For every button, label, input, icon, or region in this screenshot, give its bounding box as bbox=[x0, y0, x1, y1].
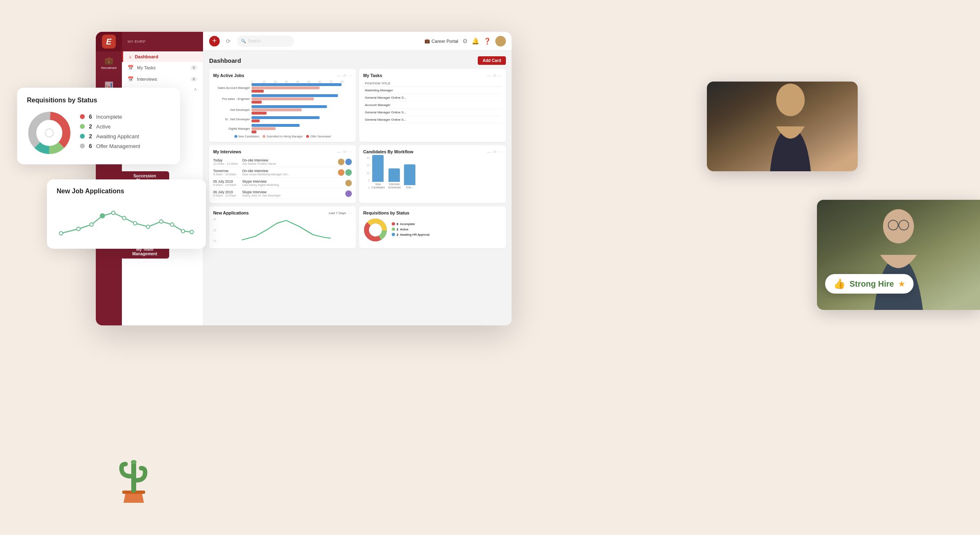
req-status-bottom-card: Requisitions by Status bbox=[359, 206, 506, 248]
nav-item-dashboard[interactable]: ⌂ Dashboard bbox=[122, 51, 203, 62]
workflow-y-axis: 20 15 10 5 0 bbox=[363, 157, 370, 189]
int-date-1: Today 10:15am - 11:00am bbox=[213, 158, 240, 165]
dashboard-header: Dashboard Add Card bbox=[209, 56, 506, 65]
req-status-title: Requisitions by Status bbox=[363, 210, 409, 215]
y-20: 20 bbox=[363, 157, 370, 159]
strong-hire-badge: 👍 Strong Hire ★ bbox=[825, 274, 914, 294]
float-label-offer: Offer Management bbox=[96, 143, 140, 149]
active-jobs-header: My Active Jobs — ⟳ ··· bbox=[213, 73, 352, 78]
search-icon: 🔍 bbox=[241, 39, 246, 43]
interviews-refresh-icon[interactable]: ⟳ bbox=[343, 150, 347, 154]
top-nav-right: 💼 Career Portal ⚙ 🔔 ❓ bbox=[424, 36, 506, 46]
workflow-bar-interview: InterviewScheduled bbox=[388, 168, 401, 189]
history-button[interactable]: ⟳ bbox=[223, 36, 234, 46]
float-dot-offer bbox=[80, 144, 85, 148]
user-avatar[interactable] bbox=[495, 36, 506, 46]
career-portal-label: Career Portal bbox=[432, 39, 458, 44]
nav-item-interviews[interactable]: 📅 Interviews 6 bbox=[122, 73, 203, 85]
float-count-active: 2 bbox=[89, 123, 92, 130]
tasks-refresh-icon[interactable]: ⟳ bbox=[493, 73, 497, 78]
float-count-incomplete: 6 bbox=[89, 113, 92, 120]
interviews-calendar-icon: 📅 bbox=[128, 76, 134, 82]
rbs-count-incomplete: 6 bbox=[397, 222, 398, 226]
float-legend-active: 2 Active bbox=[80, 123, 140, 130]
legend-new-candidates: New Candidates bbox=[234, 135, 259, 138]
float-req-title: Requisitions by Status bbox=[27, 97, 169, 104]
int-type-3: Skype Interview Lara Danny Digital Marke… bbox=[242, 179, 343, 186]
float-jobs-svg bbox=[57, 200, 196, 241]
wf-label-2: InterviewScheduled bbox=[388, 183, 401, 189]
main-content: + ⟳ 🔍 Search 💼 Career Portal ⚙ 🔔 ❓ Dashb… bbox=[203, 32, 512, 325]
tasks-minimize-icon[interactable]: — bbox=[487, 73, 491, 78]
task-title-5: General Manager Online S... bbox=[363, 116, 502, 124]
int-av-2b bbox=[345, 169, 352, 176]
workflow-refresh-icon[interactable]: ⟳ bbox=[493, 150, 497, 154]
req-donut-chart bbox=[363, 218, 388, 242]
wf-label-3: Onb... bbox=[406, 186, 413, 189]
workflow-chart: 20 15 10 5 0 NewCandidates bbox=[363, 157, 502, 189]
workflow-more-icon[interactable]: ··· bbox=[499, 150, 502, 154]
bar-salmon-5 bbox=[252, 127, 276, 130]
apps-y-axis: 20 15 10 bbox=[213, 218, 220, 242]
woman-silhouette bbox=[750, 82, 831, 171]
float-legend-offer: 6 Offer Management bbox=[80, 143, 140, 149]
tasks-count-badge: 5 bbox=[190, 65, 197, 70]
my-ehrp-label: MY EHRP bbox=[128, 40, 146, 44]
bar-red-5 bbox=[252, 130, 256, 133]
minimize-icon[interactable]: — bbox=[337, 73, 341, 78]
job-row-4: Sr. .Net Developer bbox=[213, 116, 352, 122]
apps-y-15: 15 bbox=[213, 229, 220, 232]
dashboard-icon: ⌂ bbox=[129, 54, 132, 59]
interviews-minimize-icon[interactable]: — bbox=[337, 150, 341, 154]
legend-offer: Offer Generated bbox=[306, 135, 331, 138]
career-portal-link[interactable]: 💼 Career Portal bbox=[424, 38, 458, 44]
tasks-more-icon[interactable]: ··· bbox=[499, 73, 502, 78]
rbs-dot-incomplete bbox=[392, 222, 395, 225]
last-days-label[interactable]: Last 7 Days bbox=[329, 211, 346, 215]
help-icon[interactable]: ❓ bbox=[483, 38, 491, 45]
float-count-offer: 6 bbox=[89, 143, 92, 149]
tasks-title: My Tasks bbox=[363, 73, 382, 78]
float-new-jobs-card: New Job Applications bbox=[47, 179, 206, 249]
nav-item-my-tasks[interactable]: 📅 My Tasks 5 bbox=[122, 62, 203, 73]
rbs-label-awaiting: Awaiting HR Approval bbox=[400, 233, 429, 237]
add-button[interactable]: + bbox=[209, 36, 220, 46]
float-req-legend: 6 Incomplete 2 Active 2 Awaiting Applica… bbox=[80, 113, 140, 153]
add-card-button[interactable]: Add Card bbox=[478, 56, 506, 65]
strong-hire-label: Strong Hire bbox=[850, 279, 894, 289]
workflow-minimize-icon[interactable]: — bbox=[487, 150, 491, 154]
new-apps-svg bbox=[221, 218, 352, 242]
svg-point-14 bbox=[112, 211, 115, 215]
woman-photo-card bbox=[707, 82, 858, 171]
cactus-svg bbox=[113, 454, 154, 511]
job-bars-4 bbox=[252, 116, 352, 122]
job-label-1: Sales Account Manager bbox=[213, 86, 250, 90]
nav-interviews-label: Interviews bbox=[137, 77, 157, 82]
interview-row-1: Today 10:15am - 11:00am On-site Intervie… bbox=[213, 157, 352, 167]
refresh-icon[interactable]: ⟳ bbox=[343, 73, 347, 78]
legend-dot-salmon bbox=[263, 135, 265, 138]
job-row-2: Pre-sales - Engineer bbox=[213, 94, 352, 104]
left-nav-header: MY EHRP bbox=[122, 32, 203, 51]
float-dot-active bbox=[80, 124, 85, 129]
svg-point-29 bbox=[131, 460, 137, 464]
job-label-4: Sr. .Net Developer bbox=[213, 117, 250, 121]
notifications-icon[interactable]: 🔔 bbox=[472, 38, 479, 45]
sidebar-recruitment[interactable]: 💼 Recruitment bbox=[96, 51, 122, 74]
new-apps-chart: 20 15 10 bbox=[213, 218, 352, 244]
search-bar[interactable]: 🔍 Search bbox=[237, 35, 294, 47]
task-row-2: General Manager Online S... bbox=[363, 94, 502, 102]
svg-point-18 bbox=[159, 220, 163, 223]
job-bars-5 bbox=[252, 124, 352, 133]
job-label-5: Digital Manager bbox=[213, 127, 250, 130]
interviews-more-icon[interactable]: ··· bbox=[349, 150, 352, 154]
rbs-dot-active bbox=[392, 228, 395, 231]
legend-label-salmon: Submitted to Hiring Manager bbox=[267, 135, 303, 138]
search-placeholder: Search bbox=[248, 39, 261, 43]
settings-icon[interactable]: ⚙ bbox=[462, 38, 468, 45]
new-apps-more-icon[interactable]: ··· bbox=[349, 211, 352, 215]
my-tasks-card: My Tasks — ⟳ ··· POSITION TITLE bbox=[359, 69, 506, 142]
more-icon[interactable]: ··· bbox=[349, 73, 352, 78]
bar-blue-1 bbox=[252, 83, 342, 86]
dashboard-grid: My Active Jobs — ⟳ ··· 0 10 20 30 bbox=[209, 69, 506, 248]
